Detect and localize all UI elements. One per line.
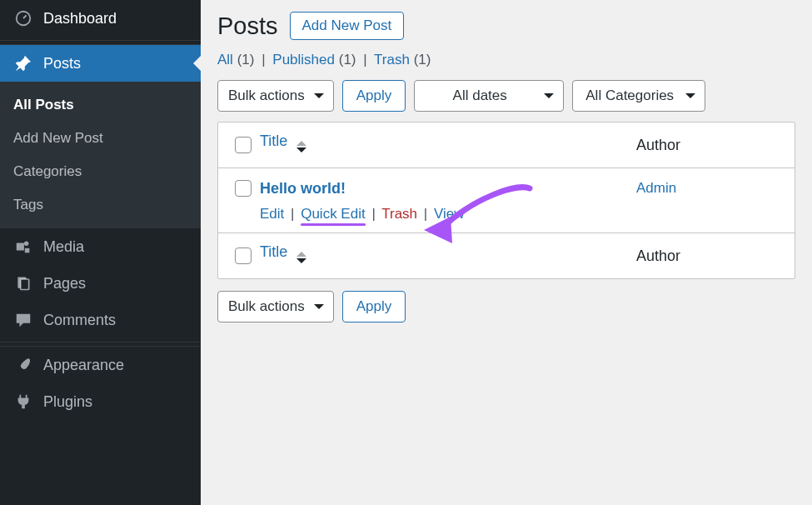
sidebar-label: Plugins	[43, 393, 92, 411]
plug-icon	[13, 392, 33, 412]
sidebar-item-posts[interactable]: Posts	[0, 45, 201, 82]
sidebar-label: Media	[43, 238, 84, 256]
sidebar-item-appearance[interactable]: Appearance	[0, 347, 201, 383]
submenu-add-new[interactable]: Add New Post	[0, 122, 201, 155]
title-column-footer[interactable]: Title	[260, 243, 287, 260]
bulk-actions-select[interactable]: Bulk actions	[217, 80, 334, 112]
filter-published-link[interactable]: Published	[272, 52, 335, 68]
sidebar-label: Appearance	[43, 357, 124, 374]
page-title: Posts	[217, 12, 278, 40]
title-column-header[interactable]: Title	[260, 132, 287, 149]
separator: |	[369, 206, 377, 222]
bottom-filter-row: Bulk actions Apply	[217, 291, 795, 322]
filter-all-link[interactable]: All	[217, 52, 233, 68]
author-link[interactable]: Admin	[636, 180, 676, 196]
posts-submenu: All Posts Add New Post Categories Tags	[0, 82, 201, 228]
page-header: Posts Add New Post	[217, 12, 795, 40]
apply-bulk-bottom-button[interactable]: Apply	[342, 291, 406, 322]
sidebar-label: Posts	[43, 55, 81, 72]
separator: |	[258, 52, 268, 68]
apply-bulk-button[interactable]: Apply	[342, 80, 406, 112]
admin-sidebar: Dashboard Posts All Posts Add New Post C…	[0, 0, 201, 505]
post-title-link[interactable]: Hello world!	[260, 180, 636, 198]
separator: |	[421, 206, 430, 222]
sidebar-item-media[interactable]: Media	[0, 228, 201, 265]
brush-icon	[13, 355, 33, 375]
select-all-footer-checkbox[interactable]	[235, 248, 252, 264]
select-all-checkbox[interactable]	[235, 137, 252, 153]
pages-icon	[13, 273, 33, 293]
table-footer-row: Title Author	[218, 233, 795, 278]
row-checkbox[interactable]	[235, 180, 252, 197]
media-icon	[13, 237, 33, 257]
submenu-categories[interactable]: Categories	[0, 155, 201, 188]
sidebar-item-pages[interactable]: Pages	[0, 265, 201, 302]
filter-trash-link[interactable]: Trash	[374, 52, 410, 68]
top-filter-row: Bulk actions Apply All dates All Categor…	[217, 80, 795, 112]
svg-rect-4	[21, 279, 29, 290]
posts-table: Title Author Hello world! Edit | Quick E…	[217, 122, 795, 279]
status-filter-links: All (1) | Published (1) | Trash (1)	[217, 52, 795, 68]
date-filter-select[interactable]: All dates	[414, 80, 564, 112]
sidebar-label: Pages	[43, 275, 86, 292]
separator: |	[288, 206, 296, 222]
edit-action[interactable]: Edit	[260, 206, 284, 222]
bulk-actions-bottom-select[interactable]: Bulk actions	[217, 291, 334, 322]
separator: |	[360, 52, 370, 68]
sidebar-item-comments[interactable]: Comments	[0, 302, 201, 338]
sidebar-label: Dashboard	[43, 10, 117, 28]
sidebar-label: Comments	[43, 312, 116, 329]
dashboard-icon	[13, 8, 33, 28]
filter-trash-count: (1)	[414, 52, 431, 68]
author-column-footer: Author	[636, 248, 786, 265]
sidebar-item-dashboard[interactable]: Dashboard	[0, 0, 201, 37]
add-new-post-button[interactable]: Add New Post	[290, 12, 405, 40]
author-column-header: Author	[636, 137, 786, 154]
sort-indicator-icon	[296, 136, 306, 158]
category-filter-select[interactable]: All Categories	[572, 80, 705, 112]
table-row: Hello world! Edit | Quick Edit | Trash |…	[218, 168, 795, 233]
main-content: Posts Add New Post All (1) | Published (…	[201, 0, 812, 505]
filter-all-count: (1)	[237, 52, 255, 68]
view-action[interactable]: View	[434, 206, 465, 222]
svg-rect-1	[17, 242, 24, 250]
table-header-row: Title Author	[218, 122, 795, 168]
filter-published-count: (1)	[339, 52, 356, 68]
sort-indicator-icon	[296, 247, 306, 268]
trash-action[interactable]: Trash	[381, 206, 417, 222]
submenu-tags[interactable]: Tags	[0, 188, 201, 222]
quick-edit-action[interactable]: Quick Edit	[301, 206, 365, 222]
comments-icon	[13, 310, 33, 330]
sidebar-item-plugins[interactable]: Plugins	[0, 383, 201, 420]
pin-icon	[13, 53, 33, 73]
submenu-all-posts[interactable]: All Posts	[0, 88, 201, 122]
row-actions: Edit | Quick Edit | Trash | View	[260, 206, 636, 222]
svg-point-2	[24, 242, 28, 247]
